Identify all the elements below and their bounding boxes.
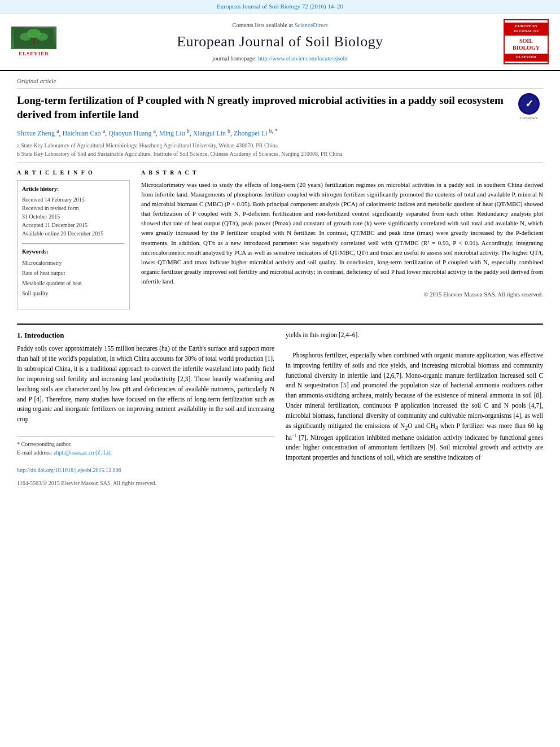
header-divider bbox=[17, 163, 543, 163]
intro-left-text: Paddy soils cover approximately 155 mill… bbox=[17, 344, 274, 425]
article-info-heading: A R T I C L E I N F O bbox=[17, 169, 130, 177]
abstract-column: A B S T R A C T Microcalorimetry was use… bbox=[141, 169, 543, 315]
email-link[interactable]: zhpli@issas.ac.cn (Z. Li). bbox=[54, 449, 112, 456]
journal-logo: EUROPEAN JOURNAL OF SOILBIOLOGY ELSEVIER bbox=[504, 19, 549, 64]
journal-url[interactable]: http://www.elsevier.com/locate/ejsobi bbox=[258, 55, 348, 62]
keyword-4: Soil quality bbox=[22, 289, 125, 299]
crossmark: ✓ CrossMark bbox=[515, 93, 543, 121]
author-cao[interactable]: Haichuan Cao bbox=[62, 129, 100, 137]
intro-right-text: yields in this region [2,4–6]. Phosphoru… bbox=[286, 330, 543, 463]
info-divider bbox=[22, 243, 125, 244]
doi-link: http://dx.doi.org/10.1016/j.ejsobi.2015.… bbox=[17, 465, 274, 475]
article-title-section: Long-term fertilization of P coupled wit… bbox=[17, 93, 543, 122]
affiliation-b: b State Key Laboratory of Soil and Susta… bbox=[17, 150, 543, 158]
keywords-section: Keywords: Microcalorimetry Rate of heat … bbox=[22, 248, 125, 299]
abstract-heading: A B S T R A C T bbox=[141, 169, 543, 177]
journal-homepage: journal homepage: http://www.elsevier.co… bbox=[68, 55, 492, 63]
footnote-section: * Corresponding author. E-mail address: … bbox=[17, 436, 274, 457]
author-huang[interactable]: Qiaoyun Huang bbox=[108, 129, 151, 137]
journal-header: ELSEVIER Contents lists available at Sci… bbox=[0, 14, 560, 71]
introduction-section: 1. Introduction Paddy soils cover approx… bbox=[17, 330, 543, 487]
author-liu[interactable]: Ming Liu bbox=[159, 129, 185, 137]
crossmark-icon: ✓ bbox=[518, 93, 540, 115]
svg-rect-4 bbox=[33, 38, 35, 43]
bottom-links-section: http://dx.doi.org/10.1016/j.ejsobi.2015.… bbox=[17, 465, 274, 487]
intro-title: 1. Introduction bbox=[17, 330, 274, 340]
affiliation-a: a State Key Laboratory of Agricultural M… bbox=[17, 141, 543, 150]
crossmark-label: CrossMark bbox=[520, 116, 537, 121]
intro-right-col: yields in this region [2,4–6]. Phosphoru… bbox=[286, 330, 543, 487]
logo-bottom-text: ELSEVIER bbox=[505, 54, 548, 62]
section-divider bbox=[17, 324, 543, 325]
journal-title: European Journal of Soil Biology bbox=[68, 32, 492, 52]
keyword-2: Rate of heat output bbox=[22, 268, 125, 278]
article-info-column: A R T I C L E I N F O Article history: R… bbox=[17, 169, 130, 315]
main-content: Original article Long-term fertilization… bbox=[0, 71, 560, 492]
svg-point-2 bbox=[20, 33, 31, 41]
received-revised: Received in revised form bbox=[22, 204, 125, 212]
elsevier-label: ELSEVIER bbox=[19, 50, 49, 58]
journal-citation: European Journal of Soil Biology 72 (201… bbox=[0, 0, 560, 14]
doi-url[interactable]: http://dx.doi.org/10.1016/j.ejsobi.2015.… bbox=[17, 467, 121, 473]
article-type: Original article bbox=[17, 77, 543, 88]
citation-text: European Journal of Soil Biology 72 (201… bbox=[217, 3, 343, 10]
history-title: Article history: bbox=[22, 185, 125, 193]
journal-header-center: Contents lists available at ScienceDirec… bbox=[56, 21, 504, 63]
author-zheng[interactable]: Shixue Zheng bbox=[17, 129, 55, 137]
corresponding-author: * Corresponding author. bbox=[17, 440, 274, 448]
keyword-1: Microcalorimetry bbox=[22, 258, 125, 268]
keyword-3: Metabolic quotient of heat bbox=[22, 278, 125, 289]
contents-available: Contents lists available at ScienceDirec… bbox=[68, 21, 492, 30]
authors-text: Shixue Zheng a, Haichuan Cao a, Qiaoyun … bbox=[17, 129, 278, 137]
article-info-box: Article history: Received 14 February 20… bbox=[17, 180, 130, 309]
available-online: Available online 20 December 2015 bbox=[22, 229, 125, 238]
svg-text:✓: ✓ bbox=[525, 98, 533, 110]
issn-info: 1164-5563/© 2015 Elsevier Masson SAS. Al… bbox=[17, 479, 274, 487]
keywords-list: Microcalorimetry Rate of heat output Met… bbox=[22, 258, 125, 299]
received-date: Received 14 February 2015 bbox=[22, 195, 125, 204]
copyright: © 2015 Elsevier Masson SAS. All rights r… bbox=[141, 291, 543, 299]
logo-main-text: SOILBIOLOGY bbox=[510, 36, 542, 54]
affiliations: a State Key Laboratory of Agricultural M… bbox=[17, 141, 543, 158]
logo-top-text: EUROPEAN JOURNAL OF bbox=[505, 23, 548, 36]
article-title: Long-term fertilization of P coupled wit… bbox=[17, 93, 515, 122]
sciencedirect-link[interactable]: ScienceDirect bbox=[295, 22, 328, 28]
keywords-title: Keywords: bbox=[22, 248, 125, 256]
history-section: Article history: Received 14 February 20… bbox=[22, 185, 125, 238]
intro-left-col: 1. Introduction Paddy soils cover approx… bbox=[17, 330, 274, 487]
accepted-date: Accepted 11 December 2015 bbox=[22, 221, 125, 229]
elsevier-image bbox=[11, 27, 56, 49]
abstract-text: Microcalorimetry was used to study the e… bbox=[141, 180, 543, 286]
elsevier-logo: ELSEVIER bbox=[11, 27, 56, 58]
authors: Shixue Zheng a, Haichuan Cao a, Qiaoyun … bbox=[17, 126, 543, 139]
email-address: E-mail address: zhpli@issas.ac.cn (Z. Li… bbox=[17, 448, 274, 457]
author-li[interactable]: Zhongpei Li bbox=[234, 129, 268, 137]
svg-point-3 bbox=[37, 33, 48, 41]
received-revised-date: 31 October 2015 bbox=[22, 212, 125, 221]
author-lin[interactable]: Xiangui Lin bbox=[193, 129, 226, 137]
article-info-abstract: A R T I C L E I N F O Article history: R… bbox=[17, 169, 543, 315]
